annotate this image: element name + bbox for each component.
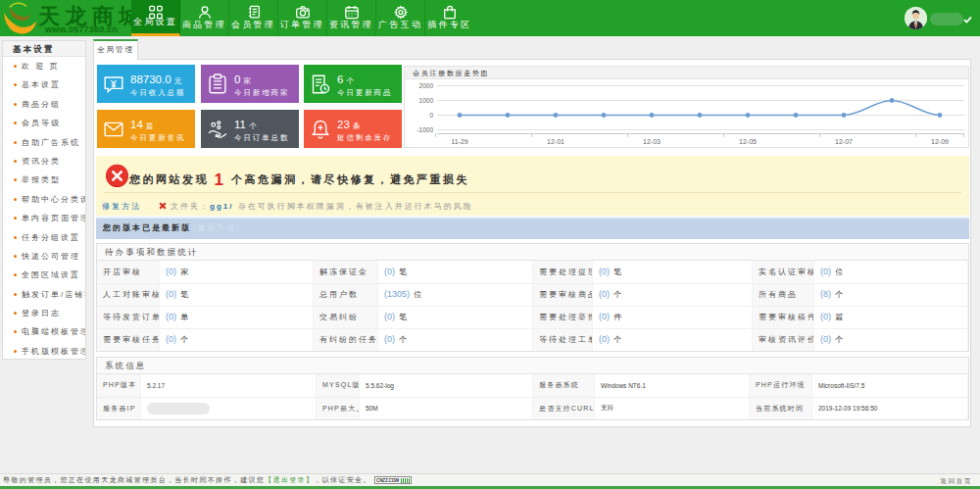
svg-text:12-07: 12-07 [835,138,853,145]
svg-text:-1000: -1000 [416,126,433,133]
svg-text:12-09: 12-09 [931,138,949,145]
svg-text:11-29: 11-29 [451,138,467,145]
svg-text:2000: 2000 [419,82,434,89]
svg-text:12-03: 12-03 [643,138,661,145]
svg-text:12-05: 12-05 [739,138,757,145]
svg-text:12-01: 12-01 [547,138,564,145]
svg-text:1000: 1000 [419,97,434,104]
svg-text:0: 0 [429,112,433,119]
